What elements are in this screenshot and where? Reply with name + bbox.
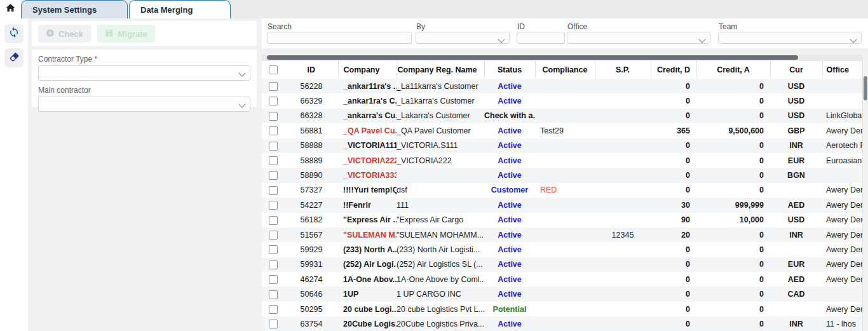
cell-status: Active (484, 168, 535, 182)
cell-company: 1UP (338, 287, 397, 301)
row-checkbox[interactable] (269, 156, 278, 165)
row-checkbox[interactable] (269, 82, 278, 91)
table-row[interactable]: 6375420Cube Logis...20Cube Logistics Pri… (262, 316, 863, 331)
row-checkbox[interactable] (269, 305, 278, 314)
row-checkbox[interactable] (269, 290, 278, 299)
cell-company-reg-name: dsf (397, 183, 484, 198)
vertical-scrollbar (862, 61, 868, 331)
row-checkbox[interactable] (269, 201, 278, 210)
column-header-credit-a[interactable]: Credit, A (696, 61, 770, 79)
row-checkbox[interactable] (269, 245, 278, 254)
table-row[interactable]: 51567"SULEMAN M..."SULEMAN MOHAMM...Acti… (262, 227, 863, 242)
table-row[interactable]: 59931(252) Air Logi...(252) Air Logistic… (262, 257, 863, 272)
table-row[interactable]: 462741A-One Abov...1A-One Above by Coml.… (262, 272, 863, 287)
office-select[interactable] (567, 32, 710, 44)
table-row[interactable]: 66329_ankar1ra's C..._La1karra's Custome… (262, 93, 863, 108)
column-header-company[interactable]: Company (338, 61, 397, 79)
row-checkbox-cell (262, 123, 285, 138)
table-row[interactable]: 56228_ankar11ra's ..._La11karra's Custom… (262, 79, 863, 93)
row-checkbox[interactable] (269, 231, 278, 240)
cell-credit-d: 30 (651, 198, 696, 212)
cell-credit-a: 0 (696, 257, 770, 272)
cell-compliance (535, 153, 595, 168)
cell-compliance (535, 93, 595, 108)
column-header-compliance[interactable]: Compliance (535, 61, 595, 79)
main-contractor-select[interactable] (38, 97, 250, 112)
table-row[interactable]: 58890_VICTORIA333Active00BGN (262, 168, 863, 182)
cell-cur: EUR (770, 257, 822, 272)
erase-button[interactable] (4, 48, 24, 67)
table-row[interactable]: 56881_QA Pavel Cu..._QA Pavel CustomerAc… (262, 123, 863, 138)
column-header-sp[interactable]: S.P. (595, 61, 651, 79)
row-checkbox[interactable] (269, 142, 278, 151)
cell-status: Active (484, 153, 535, 168)
column-header-cur[interactable]: Cur (770, 61, 822, 79)
refresh-button[interactable] (4, 24, 24, 43)
table-row[interactable]: 54227!!Fenrir111Active30999,999AEDAwery … (262, 198, 863, 212)
cell-credit-d: 0 (651, 242, 696, 257)
column-header-status[interactable]: Status (484, 61, 535, 79)
check-button[interactable]: Check (38, 25, 91, 43)
by-select[interactable] (416, 32, 510, 44)
table-row[interactable]: 5029520 cube Logi...20 cube Logistics Pv… (262, 302, 863, 316)
cell-credit-d: 0 (651, 183, 696, 198)
column-header-office[interactable]: Office (822, 61, 863, 79)
cell-credit-a: 0 (696, 242, 770, 257)
cell-company: (233) North A... (338, 242, 397, 257)
row-checkbox[interactable] (269, 126, 278, 135)
table-row[interactable]: 59929(233) North A...(233) North Air Log… (262, 242, 863, 257)
table-row[interactable]: 56182"Express Air ..."Express Air CargoA… (262, 213, 863, 227)
row-checkbox[interactable] (269, 112, 278, 121)
column-header-credit-d[interactable]: Credit, D (651, 61, 696, 79)
row-checkbox[interactable] (269, 216, 278, 225)
cell-company-reg-name: (233) North Air Logisti... (397, 242, 484, 257)
cell-cur: AED (770, 272, 822, 287)
cell-sp (595, 287, 651, 301)
tab-label: Data Merging (140, 5, 193, 15)
cell-credit-a: 999,999 (696, 198, 770, 212)
cell-office: 11 - lhos (822, 316, 863, 331)
left-panel: Check Migrate Contractor Type * Main con… (28, 18, 261, 331)
search-input[interactable] (267, 32, 412, 44)
select-all-checkbox[interactable] (269, 65, 278, 74)
row-checkbox[interactable] (269, 320, 278, 328)
id-input[interactable] (517, 32, 565, 44)
cell-company-reg-name: "SULEMAN MOHAMM... (397, 227, 484, 242)
table-row[interactable]: 58889_VICTORIA222_VICTORIA222Active00EUR… (262, 153, 863, 168)
contractor-type-select[interactable] (38, 65, 250, 81)
tab-system-settings[interactable]: System Settings (21, 0, 128, 18)
cell-credit-a: 0 (696, 153, 770, 168)
row-checkbox[interactable] (269, 260, 278, 269)
row-checkbox[interactable] (269, 171, 278, 180)
home-icon (5, 3, 16, 16)
table-row[interactable]: 57327!!!!Yuri temp!QdsfCustomerRED00Awer… (262, 183, 863, 198)
table-row[interactable]: 506461UP1 UP CARGO INCActive00CAD (262, 287, 863, 301)
cell-office: Awery Demo (822, 198, 863, 212)
cell-company-reg-name: 1 UP CARGO INC (397, 287, 484, 301)
column-header-company-reg-name[interactable]: Company Reg. Name (397, 61, 484, 79)
row-checkbox-cell (262, 316, 285, 331)
cell-sp (595, 257, 651, 272)
horizontal-scrollbar-thumb[interactable] (267, 55, 798, 60)
row-checkbox-cell (262, 213, 285, 227)
horizontal-scrollbar (262, 55, 863, 61)
row-checkbox[interactable] (269, 186, 278, 195)
migrate-button[interactable]: Migrate (97, 25, 154, 43)
team-select[interactable] (718, 32, 862, 44)
cell-status: Active (484, 287, 535, 301)
row-checkbox[interactable] (269, 97, 278, 105)
tab-data-merging[interactable]: Data Merging (129, 0, 231, 18)
cell-credit-a: 0 (696, 138, 770, 153)
vertical-scrollbar-thumb[interactable] (864, 76, 867, 100)
team-label: Team (719, 22, 737, 31)
office-label: Office (567, 22, 587, 31)
cell-compliance (535, 242, 595, 257)
row-checkbox[interactable] (269, 275, 278, 284)
column-header-id[interactable]: ID (285, 61, 338, 79)
table-row[interactable]: 58888_VICTORIA111_VICTORIA.S111Active00I… (262, 138, 863, 153)
home-button[interactable] (0, 0, 21, 18)
cell-compliance (535, 287, 595, 301)
chevron-down-icon (498, 36, 505, 43)
table-row[interactable]: 66328_ankarra's Cu..._Lakarra's Customer… (262, 109, 863, 123)
cell-cur: INR (770, 227, 822, 242)
